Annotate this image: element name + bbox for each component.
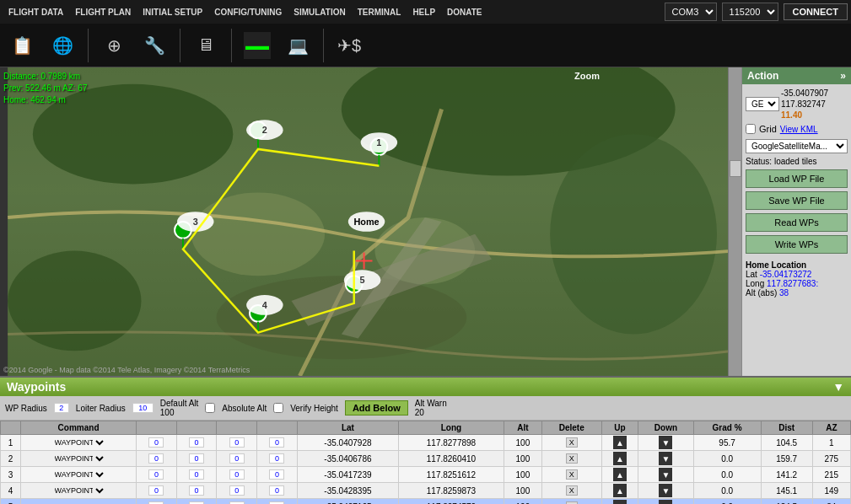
menu-donate[interactable]: DONATE <box>442 6 487 19</box>
up-btn[interactable]: ▲ <box>613 500 627 504</box>
map-type-select[interactable]: GoogleSatelliteMa... <box>746 139 848 153</box>
p3-input[interactable] <box>229 469 245 480</box>
menu-flight-data[interactable]: FLIGHT DATA <box>3 6 68 19</box>
p4-input[interactable] <box>269 453 284 464</box>
p4-input[interactable] <box>269 485 284 496</box>
simulation-toolbar-btn[interactable]: 🖥 <box>189 30 223 61</box>
menu-flight-plan[interactable]: FLIGHT PLAN <box>70 6 136 19</box>
up-btn[interactable]: ▲ <box>613 484 627 497</box>
menu-help[interactable]: HELP <box>407 6 440 19</box>
p1-input[interactable] <box>148 453 164 464</box>
loiter-radius-input[interactable] <box>132 403 154 413</box>
row-p1 <box>137 499 177 505</box>
up-btn[interactable]: ▲ <box>613 468 627 481</box>
p1-input[interactable] <box>148 469 164 480</box>
p4-input[interactable] <box>269 437 284 448</box>
donate-toolbar-btn[interactable]: ✈$ <box>332 30 366 61</box>
flight-data-toolbar-btn[interactable]: 📋 <box>5 30 39 61</box>
up-btn[interactable]: ▲ <box>613 436 627 449</box>
down-btn[interactable]: ▼ <box>659 436 672 449</box>
svg-text:Home: Home <box>353 217 379 227</box>
flight-plan-toolbar-btn[interactable]: 🌐 <box>46 30 79 61</box>
toolbar: 📋 🌐 ⊕ 🔧 🖥 ▬▬ 💻 ✈$ <box>0 24 851 67</box>
read-wps-btn[interactable]: Read WPs <box>746 213 848 232</box>
load-wp-file-btn[interactable]: Load WP File <box>746 169 848 188</box>
zoom-scrollbar[interactable] <box>728 67 741 376</box>
verify-height-checkbox[interactable] <box>273 403 283 413</box>
menu-terminal[interactable]: TERMINAL <box>353 6 407 19</box>
p1-input[interactable] <box>148 437 164 448</box>
menu-config-tuning[interactable]: CONFIG/TUNING <box>209 6 287 19</box>
write-wps-btn[interactable]: Write WPs <box>746 235 848 254</box>
connect-button[interactable]: CONNECT <box>784 3 848 20</box>
p2-input[interactable] <box>189 469 204 480</box>
p3-input[interactable] <box>229 453 245 464</box>
status-text: Status: loaded tiles <box>746 157 848 166</box>
menu-simulation[interactable]: SIMULATION <box>288 6 350 19</box>
delete-btn[interactable]: X <box>566 437 578 448</box>
coord-lon: 117.832747 <box>781 99 828 110</box>
svg-text:5: 5 <box>360 275 365 285</box>
down-btn[interactable]: ▼ <box>659 452 672 465</box>
initial-setup-toolbar-btn[interactable]: ⊕ <box>97 30 131 61</box>
down-btn[interactable]: ▼ <box>659 500 672 504</box>
table-row: 3 WAYPOINT -35.0417239 117.8251612 100 X… <box>1 467 851 483</box>
table-row: 4 WAYPOINT -35.0428395 117.8259873 100 X… <box>1 483 851 499</box>
menu-initial-setup[interactable]: INITIAL SETUP <box>137 6 207 19</box>
command-select[interactable]: WAYPOINT <box>51 485 106 496</box>
toolbar-separator-4 <box>323 29 324 62</box>
grid-checkbox[interactable] <box>746 124 756 134</box>
p2-input[interactable] <box>189 453 204 464</box>
row-lon: 117.8260410 <box>399 451 504 467</box>
down-btn[interactable]: ▼ <box>659 468 672 481</box>
row-grad: 95.7 <box>693 435 761 451</box>
command-select[interactable]: WAYPOINT <box>51 453 106 464</box>
zoom-thumb[interactable] <box>730 160 741 177</box>
row-command: WAYPOINT <box>20 483 136 499</box>
row-command: WAYPOINT <box>20 499 136 505</box>
row-alt: 100 <box>504 499 541 505</box>
up-btn[interactable]: ▲ <box>613 452 627 465</box>
p4-input[interactable] <box>269 469 284 480</box>
col-dist: Dist <box>761 421 812 435</box>
baud-rate-select[interactable]: 115200 <box>722 3 778 21</box>
home-location-title: Home Location <box>746 260 848 270</box>
delete-btn[interactable]: X <box>566 469 578 480</box>
command-select[interactable]: WAYPOINT <box>51 437 106 448</box>
p3-input[interactable] <box>229 485 245 496</box>
waypoints-panel: Waypoints ▼ WP Radius Loiter Radius Defa… <box>0 376 851 504</box>
p2-input[interactable] <box>189 437 204 448</box>
flight-plan-icon: 🌐 <box>49 32 76 59</box>
terminal-toolbar-btn[interactable]: ▬▬ <box>240 30 274 61</box>
map-container[interactable]: Home 1 2 3 4 5 <box>0 67 741 376</box>
coord-type-select[interactable]: GEO <box>746 97 779 111</box>
row-lon: 117.8277898 <box>399 435 504 451</box>
waypoints-collapse-icon[interactable]: ▼ <box>832 380 844 394</box>
wp-radius-input[interactable] <box>54 403 69 413</box>
view-kml-link[interactable]: View KML <box>780 125 818 134</box>
absolute-alt-checkbox[interactable] <box>205 403 215 413</box>
save-wp-file-btn[interactable]: Save WP File <box>746 191 848 210</box>
help-toolbar-btn[interactable]: 💻 <box>281 30 315 61</box>
col-delete: Delete <box>541 421 601 435</box>
delete-btn[interactable]: X <box>566 485 578 496</box>
down-btn[interactable]: ▼ <box>659 484 672 497</box>
row-az: 84 <box>812 499 850 505</box>
row-dist: 141.2 <box>761 467 812 483</box>
row-id: 2 <box>1 451 21 467</box>
config-tuning-icon: 🔧 <box>141 32 168 59</box>
config-tuning-toolbar-btn[interactable]: 🔧 <box>137 30 171 61</box>
command-select[interactable]: WAYPOINT <box>51 469 106 480</box>
delete-btn[interactable]: X <box>566 453 578 464</box>
svg-text:3: 3 <box>193 217 198 227</box>
p2-input[interactable] <box>189 485 204 496</box>
row-p1 <box>137 451 177 467</box>
action-expand-btn[interactable]: » <box>840 70 846 82</box>
com-port-select[interactable]: COM3 <box>665 3 717 21</box>
row-lat: -35.0406786 <box>297 451 398 467</box>
p1-input[interactable] <box>148 485 164 496</box>
p3-input[interactable] <box>229 437 245 448</box>
add-below-btn[interactable]: Add Below <box>345 400 408 416</box>
row-up: ▲ <box>601 435 638 451</box>
wp-radius-label: WP Radius <box>5 404 47 413</box>
